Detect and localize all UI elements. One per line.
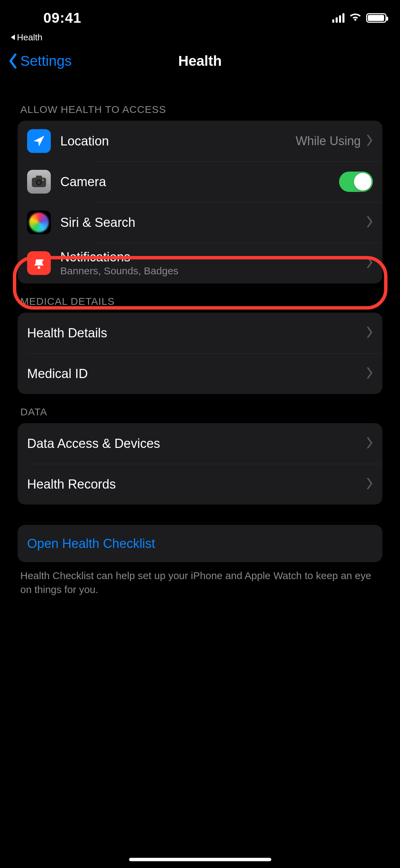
- group-data: Data Access & Devices Health Records: [18, 423, 382, 505]
- siri-icon: [27, 211, 51, 234]
- chevron-right-icon: [366, 437, 373, 450]
- group-medical: Health Details Medical ID: [18, 313, 382, 394]
- row-health-details[interactable]: Health Details: [18, 313, 382, 353]
- row-health-records[interactable]: Health Records: [18, 464, 382, 505]
- row-label: Notifications: [60, 250, 366, 264]
- row-label: Data Access & Devices: [27, 436, 366, 451]
- link-label: Open Health Checklist: [27, 536, 373, 551]
- chevron-right-icon: [366, 216, 373, 229]
- row-location[interactable]: Location While Using: [18, 121, 382, 161]
- svg-point-5: [38, 266, 40, 269]
- row-open-health-checklist[interactable]: Open Health Checklist: [18, 525, 382, 562]
- section-header-medical: MEDICAL DETAILS: [18, 283, 382, 313]
- back-label: Settings: [20, 53, 72, 69]
- camera-toggle[interactable]: [339, 172, 373, 192]
- checklist-footer-text: Health Checklist can help set up your iP…: [18, 562, 382, 596]
- row-label: Siri & Search: [60, 215, 366, 230]
- row-subtitle: Banners, Sounds, Badges: [60, 265, 366, 277]
- row-notifications[interactable]: Notifications Banners, Sounds, Badges: [18, 243, 382, 283]
- row-camera[interactable]: Camera: [18, 161, 382, 202]
- group-checklist: Open Health Checklist: [18, 525, 382, 562]
- battery-icon: [366, 13, 386, 23]
- row-label: Health Records: [27, 477, 366, 492]
- row-label: Location: [60, 134, 296, 149]
- navbar: Settings Health: [0, 44, 400, 78]
- status-bar: 09:41: [0, 0, 400, 31]
- svg-point-2: [37, 181, 41, 184]
- section-header-access: ALLOW HEALTH TO ACCESS: [18, 92, 382, 121]
- breadcrumb-label: Health: [17, 32, 42, 43]
- row-label: Health Details: [27, 326, 366, 340]
- row-label: Medical ID: [27, 367, 366, 381]
- status-time: 09:41: [43, 10, 81, 26]
- section-header-data: DATA: [18, 394, 382, 423]
- status-icons: [332, 13, 386, 23]
- content: ALLOW HEALTH TO ACCESS Location While Us…: [0, 78, 400, 596]
- chevron-right-icon: [366, 327, 373, 339]
- group-access: Location While Using Camera Siri & Searc…: [18, 121, 382, 283]
- notification-bell-icon: [27, 251, 51, 275]
- svg-point-4: [42, 179, 44, 181]
- home-indicator[interactable]: [129, 858, 271, 861]
- breadcrumb-back-to-app[interactable]: Health: [0, 31, 400, 44]
- back-triangle-icon: [11, 35, 15, 40]
- svg-point-6: [40, 258, 44, 261]
- chevron-right-icon: [366, 135, 373, 147]
- row-detail: While Using: [296, 134, 361, 148]
- row-label: Camera: [60, 175, 339, 189]
- chevron-right-icon: [366, 478, 373, 491]
- camera-icon: [27, 170, 51, 194]
- back-button[interactable]: Settings: [0, 53, 72, 69]
- screen: 09:41 Health Settings Health ALLOW HEALT…: [0, 0, 400, 868]
- svg-rect-3: [36, 176, 42, 178]
- row-medical-id[interactable]: Medical ID: [18, 353, 382, 394]
- chevron-right-icon: [366, 257, 373, 270]
- row-data-access-devices[interactable]: Data Access & Devices: [18, 423, 382, 464]
- chevron-left-icon: [8, 54, 18, 68]
- cellular-icon: [332, 13, 344, 23]
- location-icon: [27, 129, 51, 153]
- row-siri-search[interactable]: Siri & Search: [18, 202, 382, 243]
- wifi-icon: [349, 13, 361, 23]
- chevron-right-icon: [366, 367, 373, 380]
